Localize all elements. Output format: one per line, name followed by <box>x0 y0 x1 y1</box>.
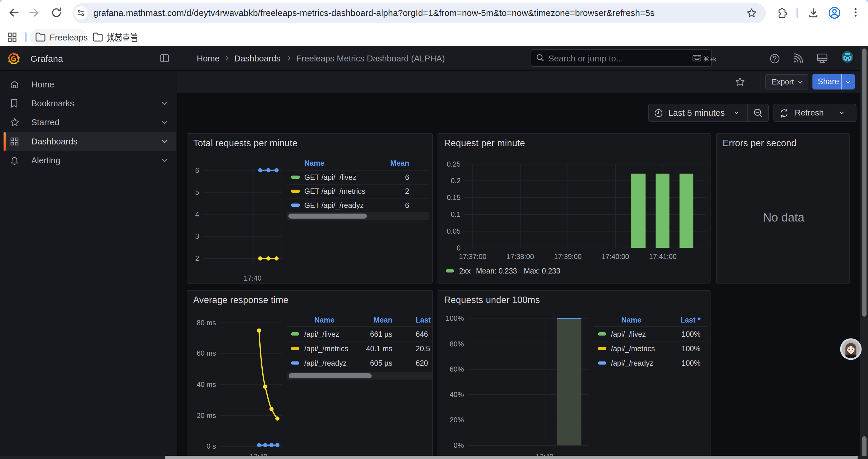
svg-text:2: 2 <box>405 187 409 195</box>
svg-text:80 ms: 80 ms <box>197 319 216 327</box>
svg-text:620: 620 <box>416 359 428 367</box>
svg-text:6: 6 <box>405 173 409 182</box>
svg-text:/api/_/readyz: /api/_/readyz <box>304 359 346 367</box>
svg-text:GET /api/_/readyz: GET /api/_/readyz <box>304 201 364 209</box>
svg-text:6: 6 <box>195 166 199 174</box>
svg-text:2: 2 <box>195 254 199 262</box>
svg-text:/api/_/metrics: /api/_/metrics <box>611 345 655 353</box>
svg-text:0.2: 0.2 <box>451 177 461 185</box>
svg-text:0 s: 0 s <box>207 442 216 450</box>
svg-text:Name: Name <box>314 316 335 324</box>
svg-text:100%: 100% <box>446 314 464 322</box>
svg-text:Name: Name <box>621 316 642 324</box>
svg-text:0.05: 0.05 <box>447 227 461 235</box>
svg-text:661 µs: 661 µs <box>370 330 392 338</box>
svg-text:17:38:00: 17:38:00 <box>506 253 534 261</box>
svg-text:17:41:00: 17:41:00 <box>649 253 677 261</box>
svg-text:40.1 ms: 40.1 ms <box>366 345 392 353</box>
svg-text:Mean: 0.233: Mean: 0.233 <box>476 267 517 275</box>
svg-text:GET /api/_/metrics: GET /api/_/metrics <box>304 187 366 195</box>
svg-text:100%: 100% <box>682 359 701 367</box>
svg-text:17:40:00: 17:40:00 <box>601 253 629 261</box>
svg-text:Last *: Last * <box>680 316 701 324</box>
svg-text:80%: 80% <box>450 340 464 348</box>
svg-text:605 µs: 605 µs <box>370 359 392 367</box>
svg-text:4: 4 <box>195 210 199 218</box>
svg-text:40%: 40% <box>450 391 464 398</box>
svg-text:5: 5 <box>195 188 199 196</box>
svg-text:17:37:00: 17:37:00 <box>459 253 486 261</box>
svg-text:GET /api/_/livez: GET /api/_/livez <box>304 173 356 182</box>
svg-text:20.5 ms: 20.5 ms <box>416 345 433 353</box>
svg-text:60%: 60% <box>450 365 464 373</box>
svg-text:0.15: 0.15 <box>447 193 461 201</box>
svg-text:0.1: 0.1 <box>451 210 461 218</box>
svg-text:Mean: Mean <box>390 159 409 167</box>
svg-text:0.25: 0.25 <box>447 160 461 168</box>
svg-text:646: 646 <box>416 330 428 338</box>
svg-text:20 ms: 20 ms <box>197 412 216 419</box>
svg-text:Max: 0.233: Max: 0.233 <box>524 267 560 275</box>
svg-text:20%: 20% <box>450 416 464 424</box>
svg-text:3: 3 <box>195 232 199 240</box>
svg-text:0: 0 <box>457 244 461 252</box>
svg-text:/api/_/livez: /api/_/livez <box>611 330 646 338</box>
svg-text:/api/_/metrics: /api/_/metrics <box>304 345 348 353</box>
svg-text:2xx: 2xx <box>459 267 471 275</box>
svg-text:100%: 100% <box>682 330 701 338</box>
svg-text:40 ms: 40 ms <box>197 381 216 388</box>
svg-text:/api/_/livez: /api/_/livez <box>304 330 339 338</box>
svg-text:Last *: Last * <box>416 316 433 324</box>
svg-text:17:40: 17:40 <box>244 274 261 282</box>
svg-text:17:39:00: 17:39:00 <box>554 253 582 261</box>
svg-text:100%: 100% <box>682 345 701 353</box>
svg-text:60 ms: 60 ms <box>197 349 216 357</box>
svg-text:0%: 0% <box>454 441 464 449</box>
svg-text:Name: Name <box>304 159 324 167</box>
svg-text:Mean: Mean <box>373 316 392 324</box>
svg-text:6: 6 <box>405 201 409 209</box>
svg-text:/api/_/readyz: /api/_/readyz <box>611 359 653 367</box>
